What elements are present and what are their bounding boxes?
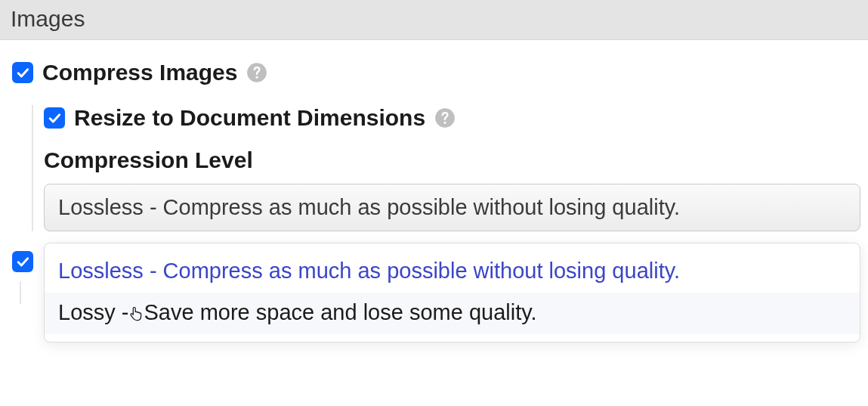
resize-row: Resize to Document Dimensions — [44, 105, 860, 131]
option-lossy-text-1: Lossy - — [58, 300, 128, 325]
section-title: Images — [11, 6, 85, 31]
option-lossy[interactable]: Lossy - Save more space and lose some qu… — [45, 293, 860, 334]
compression-level-select-wrap: Lossless - Compress as much as possible … — [44, 184, 860, 231]
svg-point-3 — [444, 122, 446, 124]
option-lossy-text-2: Save more space and lose some quality. — [144, 300, 536, 325]
next-setting-checkbox[interactable] — [12, 251, 33, 272]
content-area: Compress Images Resize to Document Dimen… — [0, 40, 868, 231]
help-icon[interactable] — [246, 62, 267, 83]
section-header: Images — [0, 0, 868, 40]
compression-level-select[interactable]: Lossless - Compress as much as possible … — [44, 184, 860, 231]
resize-label: Resize to Document Dimensions — [74, 105, 425, 131]
compression-level-options: Lossless - Compress as much as possible … — [44, 243, 860, 342]
svg-point-1 — [256, 76, 258, 79]
pointer-cursor-icon — [127, 304, 145, 322]
resize-checkbox[interactable] — [44, 107, 65, 129]
compress-images-checkbox[interactable] — [12, 62, 33, 83]
nested-rule — [20, 281, 21, 304]
compress-images-row: Compress Images — [12, 60, 860, 85]
help-icon[interactable] — [434, 107, 456, 129]
compress-images-label: Compress Images — [42, 60, 237, 85]
option-lossless[interactable]: Lossless - Compress as much as possible … — [45, 251, 860, 293]
compression-level-label: Compression Level — [44, 147, 860, 173]
compress-nested-block: Resize to Document Dimensions Compressio… — [32, 105, 860, 231]
